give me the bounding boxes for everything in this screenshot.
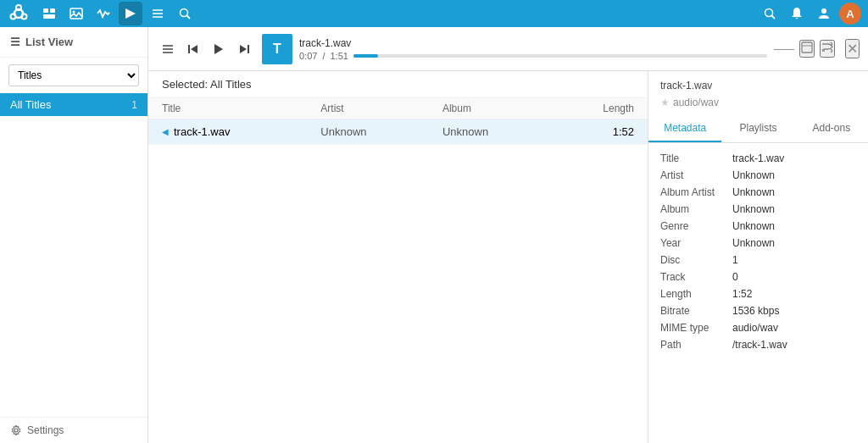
main-area: ☰ List View Titles Artists Albums All Ti… [0,27,868,443]
meta-row: Album Unknown [648,201,868,218]
sidebar-item-all-titles[interactable]: All Titles 1 [0,93,147,116]
player-controls [157,38,255,60]
menu-button[interactable] [157,38,179,60]
sidebar-item-count: 1 [131,99,137,111]
meta-label: Album [660,203,732,215]
meta-value: audio/wav [732,322,778,334]
player-thumbnail: T [262,34,292,64]
track-album: Unknown [429,119,551,145]
meta-label: Artist [660,169,732,181]
settings-icon [10,424,22,436]
search-icon[interactable] [173,2,197,25]
tab-metadata[interactable]: Metadata [648,115,721,142]
user-avatar[interactable]: A [839,3,861,25]
svg-point-15 [765,9,773,17]
track-length: 1:52 [551,119,648,145]
track-artist: Unknown [307,119,429,145]
player-close-button[interactable]: ✕ [845,39,860,58]
meta-label: MIME type [660,322,732,334]
svg-rect-7 [70,8,82,19]
player-time: 0:07/1:51 [299,51,767,61]
col-length-header: Length [551,98,648,119]
meta-row: Disc 1 [648,252,868,269]
meta-value: Unknown [732,237,775,249]
player-progress-bar[interactable] [353,54,767,58]
meta-row: Track 0 [648,269,868,285]
app-logo[interactable] [7,2,31,25]
next-button[interactable] [233,38,255,60]
right-panel-filename: track-1.wav [648,71,868,95]
meta-value: Unknown [732,186,775,198]
meta-value: track-1.wav [732,152,784,164]
svg-rect-6 [50,8,55,13]
music-icon[interactable] [119,2,142,25]
svg-point-18 [14,429,18,432]
files-icon[interactable] [37,2,61,25]
photos-icon[interactable] [64,2,88,25]
sidebar-filter[interactable]: Titles Artists Albums [0,58,147,93]
meta-row: Year Unknown [648,235,868,252]
selected-header: Selected: All Titles [148,71,648,98]
svg-point-2 [11,14,16,19]
notification-icon[interactable] [785,2,809,25]
sidebar-header: ☰ List View [0,27,147,58]
list-icon[interactable] [146,2,170,25]
svg-line-14 [187,16,191,19]
svg-line-16 [772,16,776,19]
svg-rect-5 [43,14,55,19]
sidebar-item-label: All Titles [10,98,131,111]
meta-row: Album Artist Unknown [648,184,868,201]
volume-label: —— [774,43,794,55]
meta-label: Year [660,237,732,249]
list-view-icon: ☰ [10,36,20,48]
track-title: track-1.wav [174,125,230,138]
sidebar: ☰ List View Titles Artists Albums All Ti… [0,27,148,443]
settings-link[interactable]: Settings [0,417,147,443]
meta-row: MIME type audio/wav [648,319,868,336]
metadata-panel: Title track-1.wav Artist Unknown Album A… [648,143,868,443]
meta-value: Unknown [732,203,775,215]
meta-row: Artist Unknown [648,167,868,184]
meta-label: Length [660,288,732,300]
meta-label: Album Artist [660,186,732,198]
svg-point-1 [16,5,21,10]
search-global-icon[interactable] [758,2,782,25]
player-filename: track-1.wav [299,37,767,49]
tab-addons[interactable]: Add-ons [795,115,868,142]
meta-value: Unknown [732,220,775,232]
svg-point-3 [22,14,27,19]
player-progress-fill [353,54,378,58]
settings-label: Settings [27,424,64,436]
col-title-header: Title [148,98,307,119]
svg-marker-24 [214,44,223,54]
meta-label: Title [660,152,732,164]
meta-value: /track-1.wav [732,339,787,351]
tab-playlists[interactable]: Playlists [721,115,794,142]
svg-rect-4 [43,8,48,13]
play-button[interactable] [208,38,230,60]
list-area: Selected: All Titles Title Artist Album … [148,71,868,443]
svg-point-13 [181,9,188,17]
player-bar: T track-1.wav 0:07/1:51 —— ✕ [148,27,868,71]
svg-point-17 [821,8,826,14]
meta-label: Bitrate [660,305,732,317]
meta-row: Genre Unknown [648,218,868,235]
contacts-icon[interactable] [812,2,836,25]
prev-button[interactable] [182,38,204,60]
meta-label: Genre [660,220,732,232]
activity-icon[interactable] [92,2,115,25]
filter-select[interactable]: Titles Artists Albums [8,64,139,86]
table-row[interactable]: ◀ track-1.wav Unknown Unknown 1:52 [148,119,648,145]
top-navigation: A [0,0,868,27]
meta-value: 1536 kbps [732,305,779,317]
sidebar-header-label: List View [25,36,73,48]
svg-marker-22 [191,45,198,53]
window-button[interactable] [799,40,815,58]
right-panel: track-1.wav ★ audio/wav Metadata Playlis… [648,71,868,443]
svg-rect-26 [248,45,249,53]
shuffle-button[interactable] [820,40,835,58]
svg-rect-23 [188,45,190,53]
player-info: track-1.wav 0:07/1:51 [299,37,767,61]
star-icon[interactable]: ★ [660,97,670,108]
meta-value: 1 [732,254,738,266]
